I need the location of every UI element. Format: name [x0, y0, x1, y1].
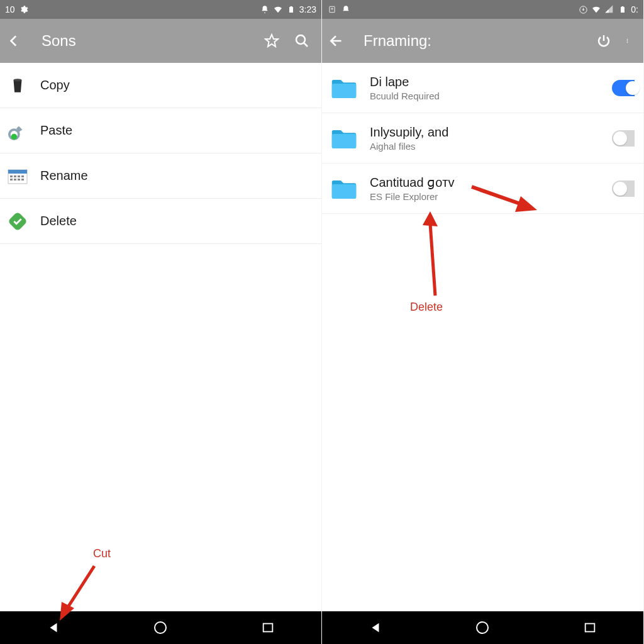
link-icon: [8, 121, 28, 141]
svg-rect-14: [18, 179, 20, 180]
file-title: Inlysupily, and: [370, 125, 599, 140]
svg-rect-29: [332, 134, 357, 148]
wifi-icon: [273, 4, 283, 14]
gear-icon: [19, 4, 29, 14]
svg-rect-8: [10, 175, 13, 177]
appbar-title: Sons: [42, 32, 251, 50]
menu-label: Delete: [40, 214, 77, 228]
svg-point-2: [296, 35, 305, 44]
appbar-left: Sons: [0, 19, 321, 63]
cell-icon: [604, 4, 614, 14]
svg-point-3: [14, 79, 22, 81]
svg-rect-11: [21, 175, 24, 177]
svg-point-5: [11, 133, 17, 139]
file-title: Cantituad ɡoтv: [370, 175, 599, 190]
file-subtitle: Bcuuld Required: [370, 91, 599, 101]
toggle-switch[interactable]: [612, 180, 635, 197]
battery-icon: [618, 4, 628, 14]
star-button[interactable]: [264, 33, 280, 49]
svg-point-17: [155, 622, 166, 633]
svg-rect-9: [14, 175, 16, 177]
bell-icon: [341, 4, 351, 14]
menu-item-paste[interactable]: Paste: [0, 108, 321, 153]
appbar-right: Frnaming:: [322, 19, 643, 63]
power-button[interactable]: [596, 33, 612, 49]
bell-icon: [260, 4, 270, 14]
svg-point-25: [627, 39, 628, 40]
nav-recents-button[interactable]: [582, 619, 598, 636]
content-left: Copy Paste Rename Delete: [0, 63, 321, 611]
nav-back-button[interactable]: [45, 619, 62, 636]
svg-rect-10: [18, 175, 20, 177]
folder-icon: [331, 76, 357, 100]
file-subtitle: Aighal files: [370, 141, 599, 152]
battery-icon: [286, 4, 296, 14]
search-button[interactable]: [294, 33, 310, 49]
svg-rect-30: [332, 184, 357, 199]
svg-rect-1: [290, 6, 292, 8]
appbar-title: Frnaming:: [364, 32, 583, 50]
folder-icon: [331, 177, 357, 201]
folder-icon: [331, 126, 357, 150]
snowflake-icon: [247, 4, 257, 14]
svg-point-27: [627, 42, 628, 43]
file-title: Di lape: [370, 75, 599, 89]
screen-right: 0: Frnaming: Di lape Bcuuld Required: [322, 0, 644, 644]
statusbar-right: 0:: [322, 0, 643, 19]
menu-item-delete[interactable]: Delete: [0, 199, 321, 244]
nav-home-button[interactable]: [474, 619, 491, 636]
svg-rect-7: [8, 170, 27, 174]
svg-rect-0: [289, 7, 293, 13]
menu-item-copy[interactable]: Copy: [0, 63, 321, 108]
svg-rect-23: [621, 7, 625, 13]
navbar-right: [322, 611, 643, 644]
upload-icon: [327, 4, 337, 14]
delete-icon: [8, 211, 28, 231]
file-item[interactable]: Inlysupily, and Aighal files: [322, 113, 643, 164]
menu-label: Paste: [40, 123, 72, 138]
toggle-switch[interactable]: [612, 130, 635, 147]
content-right: Di lape Bcuuld Required Inlysupily, and …: [322, 63, 643, 611]
nav-recents-button[interactable]: [260, 619, 276, 636]
file-subtitle: ES File Explorer: [370, 191, 599, 202]
svg-rect-28: [332, 84, 357, 98]
file-item[interactable]: Di lape Bcuuld Required: [322, 63, 643, 113]
navbar-left: [0, 611, 321, 644]
calendar-icon: [8, 166, 28, 186]
more-button[interactable]: [626, 33, 632, 49]
statusbar-left: 10 3:23: [0, 0, 321, 19]
svg-point-31: [477, 622, 488, 633]
back-button[interactable]: [328, 33, 345, 49]
nav-home-button[interactable]: [152, 619, 169, 636]
screen-left: 10 3:23 Sons: [0, 0, 322, 644]
svg-rect-32: [585, 624, 594, 632]
status-text: 10: [5, 4, 15, 14]
file-item[interactable]: Cantituad ɡoтv ES File Explorer: [322, 164, 643, 214]
status-time: 0:: [631, 4, 638, 14]
wifi-icon: [591, 4, 601, 14]
svg-rect-18: [263, 624, 272, 632]
back-button[interactable]: [6, 33, 23, 49]
svg-rect-15: [21, 179, 24, 180]
menu-label: Copy: [40, 78, 70, 92]
trash-icon: [8, 75, 28, 96]
menu-item-rename[interactable]: Rename: [0, 153, 321, 199]
toggle-switch[interactable]: [612, 80, 635, 96]
svg-rect-24: [622, 6, 624, 8]
svg-point-26: [627, 40, 628, 42]
svg-rect-13: [14, 179, 16, 180]
svg-rect-12: [10, 179, 13, 180]
download-circle-icon: [578, 4, 588, 14]
menu-label: Rename: [40, 169, 88, 183]
nav-back-button[interactable]: [367, 619, 384, 636]
status-time: 3:23: [299, 4, 316, 14]
